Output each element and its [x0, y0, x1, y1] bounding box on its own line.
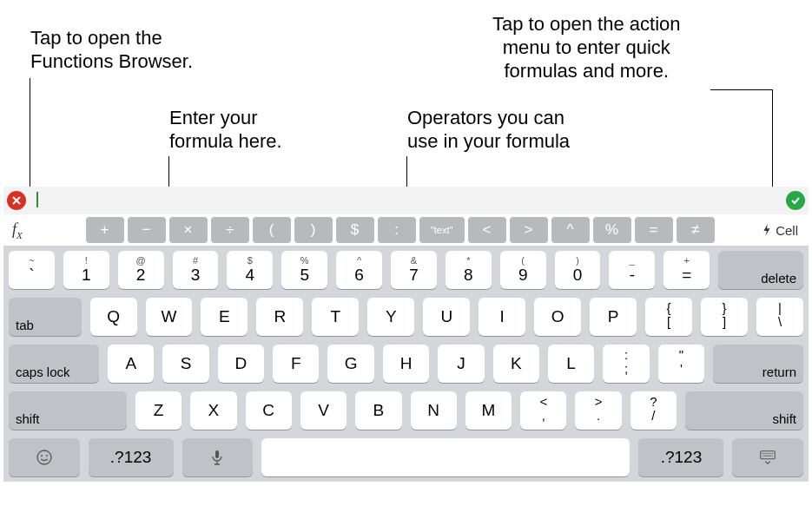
- operator-button[interactable]: ≠: [677, 217, 715, 243]
- svg-rect-3: [215, 450, 219, 458]
- key[interactable]: &7: [391, 251, 437, 289]
- shift-key-left[interactable]: shift: [9, 391, 127, 430]
- confirm-button[interactable]: [786, 191, 805, 210]
- onscreen-keyboard: ~`!1@2#3$4%5^6&7*8(9)0_-+=delete tabQWER…: [3, 246, 809, 482]
- leader-line: [168, 156, 169, 187]
- key[interactable]: X: [190, 391, 236, 430]
- operator-button[interactable]: +: [86, 217, 124, 243]
- dismiss-keyboard-key[interactable]: [732, 438, 803, 476]
- key[interactable]: P: [590, 298, 637, 336]
- operator-button[interactable]: "text": [419, 217, 465, 243]
- key[interactable]: V: [300, 391, 347, 430]
- callout-functions-browser: Tap to open the Functions Browser.: [30, 26, 193, 73]
- key-label: .?123: [110, 448, 152, 467]
- action-menu-button[interactable]: Cell: [762, 223, 809, 238]
- key[interactable]: )0: [555, 251, 601, 289]
- key[interactable]: T: [312, 298, 359, 336]
- keyboard-row-2: tabQWERTYUIOP{[}]|\: [9, 298, 803, 336]
- key[interactable]: (9: [500, 251, 546, 289]
- operator-button[interactable]: >: [510, 217, 548, 243]
- key[interactable]: K: [493, 345, 539, 383]
- operator-button[interactable]: (: [253, 217, 291, 243]
- delete-key[interactable]: delete: [718, 251, 803, 289]
- key[interactable]: C: [246, 391, 292, 430]
- operator-button[interactable]: :: [378, 217, 416, 243]
- key[interactable]: F: [273, 345, 319, 383]
- key[interactable]: }]: [701, 298, 748, 336]
- key[interactable]: +=: [663, 251, 710, 289]
- key[interactable]: :;: [603, 345, 649, 383]
- key[interactable]: J: [438, 345, 484, 383]
- key[interactable]: #3: [173, 251, 219, 289]
- key[interactable]: @2: [118, 251, 164, 289]
- key[interactable]: {[: [645, 298, 692, 336]
- cancel-button[interactable]: [7, 191, 26, 210]
- tab-key[interactable]: tab: [9, 298, 82, 336]
- callout-action-menu: Tap to open the action menu to enter qui…: [492, 12, 681, 82]
- key[interactable]: _-: [609, 251, 655, 289]
- caps-lock-key[interactable]: caps lock: [9, 345, 99, 383]
- key[interactable]: A: [108, 345, 154, 383]
- key[interactable]: L: [548, 345, 594, 383]
- key[interactable]: >.: [575, 391, 621, 430]
- key[interactable]: $4: [227, 251, 273, 289]
- operator-button[interactable]: ×: [169, 217, 208, 243]
- keyboard-row-1: ~`!1@2#3$4%5^6&7*8(9)0_-+=delete: [9, 251, 803, 289]
- key[interactable]: G: [327, 345, 373, 383]
- key[interactable]: E: [201, 298, 248, 336]
- keyboard-row-5: .?123 .?123: [9, 438, 803, 476]
- operator-button[interactable]: %: [593, 217, 631, 243]
- smiley-icon: [36, 449, 53, 466]
- svg-point-1: [41, 455, 43, 457]
- shift-key-right[interactable]: shift: [685, 391, 803, 430]
- key-label: .?123: [661, 448, 703, 467]
- key[interactable]: U: [423, 298, 470, 336]
- key[interactable]: !1: [63, 251, 109, 289]
- operator-button[interactable]: ^: [551, 217, 590, 243]
- operator-button[interactable]: ÷: [211, 217, 249, 243]
- key[interactable]: |\: [756, 298, 803, 336]
- operator-button[interactable]: <: [468, 217, 506, 243]
- key[interactable]: W: [146, 298, 193, 336]
- key[interactable]: H: [383, 345, 429, 383]
- key[interactable]: N: [411, 391, 457, 430]
- key[interactable]: M: [465, 391, 512, 430]
- return-key[interactable]: return: [713, 345, 803, 383]
- key[interactable]: B: [355, 391, 401, 430]
- key[interactable]: "': [658, 345, 704, 383]
- operator-button[interactable]: −: [128, 217, 166, 243]
- checkmark-icon: [790, 195, 801, 206]
- key[interactable]: ~`: [9, 251, 55, 289]
- key[interactable]: <,: [520, 391, 566, 430]
- key[interactable]: I: [479, 298, 525, 336]
- emoji-key[interactable]: [9, 438, 80, 476]
- formula-editor: fX +−×÷()$:"text"<>^%=≠ Cell ~`!1@2#3$4%…: [3, 187, 809, 482]
- formula-input[interactable]: [33, 187, 779, 214]
- key[interactable]: ?/: [630, 391, 677, 430]
- key[interactable]: Q: [90, 298, 137, 336]
- lightning-icon: [762, 223, 772, 237]
- key[interactable]: D: [218, 345, 264, 383]
- key[interactable]: O: [534, 298, 581, 336]
- key[interactable]: *8: [446, 251, 492, 289]
- fx-sub: X: [17, 229, 23, 240]
- callout-enter-formula: Enter your formula here.: [169, 106, 282, 153]
- dictation-key[interactable]: [182, 438, 254, 476]
- space-key[interactable]: [261, 438, 630, 476]
- operator-button[interactable]: $: [336, 217, 374, 243]
- operator-button[interactable]: ): [294, 217, 333, 243]
- key[interactable]: ^6: [336, 251, 382, 289]
- key[interactable]: %5: [281, 251, 327, 289]
- callout-operators: Operators you can use in your formula: [407, 106, 570, 153]
- key[interactable]: S: [162, 345, 208, 383]
- svg-point-0: [37, 450, 51, 464]
- formula-toolbar: fX +−×÷()$:"text"<>^%=≠ Cell: [3, 214, 809, 246]
- number-switch-key-right[interactable]: .?123: [638, 438, 723, 476]
- formula-bar: [3, 187, 809, 214]
- functions-browser-button[interactable]: fX: [3, 220, 38, 240]
- operator-button[interactable]: =: [635, 217, 673, 243]
- key[interactable]: Y: [367, 298, 414, 336]
- number-switch-key[interactable]: .?123: [89, 438, 174, 476]
- key[interactable]: R: [256, 298, 303, 336]
- key[interactable]: Z: [135, 391, 182, 430]
